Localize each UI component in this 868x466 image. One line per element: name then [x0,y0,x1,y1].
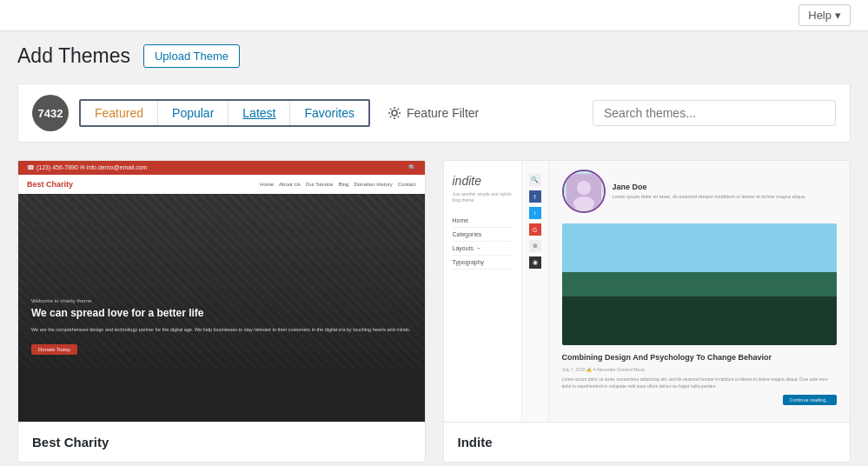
nav-service: Our Service [306,182,334,187]
theme-screenshot-indite: indite Just another simple and stylish b… [444,161,851,422]
tab-favorites[interactable]: Favorites [290,101,368,125]
indite-logo: indite [453,174,513,188]
indite-article-meta: July 7, 2015 ✍ 4 Alexander General Music [562,367,838,372]
themes-grid: ☎ (123) 456-7890 ✉ info.demo@email.com 🔍… [17,160,851,463]
indite-social-bar: 🔍 f t G ⊕ ◉ [522,161,549,422]
avatar-image [567,174,601,209]
indite-nav-layouts: Layouts → [453,242,513,256]
indite-nav-home: Home [453,214,513,228]
charity-hero: Welcome to charity theme We can spread l… [18,194,425,368]
charity-header: ☎ (123) 456-7890 ✉ info.demo@email.com 🔍 [18,161,425,175]
charity-search-icon: 🔍 [408,164,416,171]
gear-icon [388,106,401,120]
indite-article-text: Lorem ipsum dolor sit amet, consectetur … [562,376,838,389]
indite-profile: Jane Doe Lorem ipsum dolor sit amet, do … [562,170,838,213]
search-input[interactable] [593,100,836,126]
indite-article-image [562,223,838,345]
indite-main: Jane Doe Lorem ipsum dolor sit amet, do … [549,161,851,422]
svg-point-0 [392,110,397,116]
theme-card-best-charity: ☎ (123) 456-7890 ✉ info.demo@email.com 🔍… [17,160,426,463]
nav-donation: Donation History [354,182,392,187]
indite-nav-categories: Categories [453,228,513,242]
help-label: Help [808,9,832,22]
help-arrow-icon: ▾ [835,9,841,22]
indite-nav-typography: Typography [453,256,513,270]
feature-filter-label: Feature Filter [407,106,479,120]
svg-point-2 [577,181,591,195]
theme-screenshot-best-charity: ☎ (123) 456-7890 ✉ info.demo@email.com 🔍… [18,161,425,422]
tab-featured[interactable]: Featured [81,101,158,125]
charity-hero-desc: We are the comprehensive design and tech… [31,326,410,333]
social-github-icon: ◉ [529,256,541,269]
tab-latest[interactable]: Latest [229,101,290,125]
theme-name-indite: Indite [444,422,851,462]
charity-donate-button[interactable]: Donate Today [31,344,77,355]
nav-blog: Blog [338,182,348,187]
social-search-icon: 🔍 [529,174,541,186]
theme-card-indite: indite Just another simple and stylish b… [443,160,851,463]
social-twitter-icon: t [529,207,541,219]
social-google-icon: G [529,223,541,236]
nav-contact: Contact [398,182,416,187]
page-title: Add Themes [17,44,130,68]
help-button[interactable]: Help ▾ [798,4,851,26]
filter-tabs: Featured Popular Latest Favorites [79,99,370,127]
indite-preview: indite Just another simple and stylish b… [444,161,851,422]
charity-hero-title: We can spread love for a better life [31,307,410,321]
indite-avatar-inner [564,171,604,211]
nav-about: About Us [279,182,301,187]
charity-preview: ☎ (123) 456-7890 ✉ info.demo@email.com 🔍… [18,161,425,422]
charity-hero-label: Welcome to charity theme [31,298,410,303]
continue-reading-button[interactable]: Continue reading... [783,395,837,405]
upload-theme-button[interactable]: Upload Theme [143,44,240,68]
filter-bar: 7432 Featured Popular Latest Favorites F… [17,83,851,143]
social-rss-icon: ⊕ [529,240,541,252]
indite-author-info: Jane Doe Lorem ipsum dolor sit amet, do … [613,183,806,200]
indite-article-title: Combining Design And Psychology To Chang… [562,352,838,363]
lake-background [562,223,838,345]
tab-popular[interactable]: Popular [158,101,229,125]
charity-nav-links: Home About Us Our Service Blog Donation … [260,182,415,187]
main-content: Add Themes Upload Theme 7432 Featured Po… [0,31,868,466]
social-facebook-icon: f [529,190,541,203]
charity-hero-text: Welcome to charity theme We can spread l… [31,298,410,355]
charity-contact: ☎ (123) 456-7890 ✉ info.demo@email.com [27,164,147,171]
theme-name-best-charity: Best Charity [18,422,425,462]
theme-count-badge: 7432 [32,95,69,131]
feature-filter-button[interactable]: Feature Filter [388,106,479,120]
page-header: Add Themes Upload Theme [17,44,851,68]
indite-author-name: Jane Doe [613,183,806,191]
indite-sidebar: indite Just another simple and stylish b… [444,161,522,422]
indite-author-desc: Lorem ipsum dolor sit amet, do eiusmod t… [613,193,806,200]
charity-nav: Best Charity Home About Us Our Service B… [18,175,425,194]
charity-nav-title: Best Charity [27,180,73,189]
top-bar: Help ▾ [0,0,868,31]
indite-tagline: Just another simple and stylish blog the… [453,191,513,203]
indite-continue-reading-container: Continue reading... [562,389,838,405]
indite-avatar [562,170,606,213]
nav-home: Home [260,182,274,187]
